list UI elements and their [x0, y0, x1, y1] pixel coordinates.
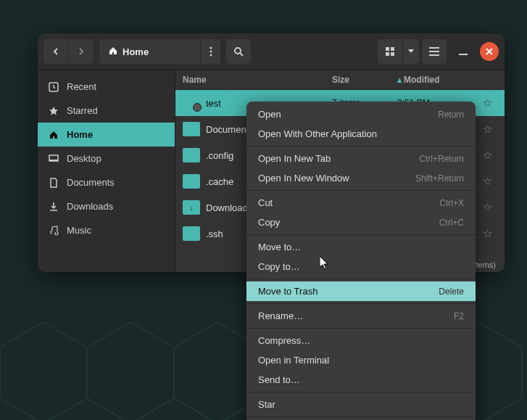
menu-item-accelerator: Delete	[439, 287, 464, 297]
menu-item-open-in-new-tab[interactable]: Open In New TabCtrl+Return	[246, 149, 476, 168]
menu-item-star[interactable]: Star	[246, 395, 476, 414]
folder-icon	[183, 122, 200, 136]
sidebar-item-documents[interactable]: Documents	[38, 170, 175, 194]
sidebar-item-label: Documents	[67, 177, 115, 188]
menu-separator	[246, 234, 476, 235]
menu-item-copy-to[interactable]: Copy to…	[246, 257, 476, 276]
folder-icon	[183, 226, 200, 241]
statusbar: items)	[474, 260, 496, 269]
svg-rect-10	[429, 54, 439, 56]
home-icon	[108, 46, 118, 58]
svg-rect-9	[429, 51, 439, 52]
svg-point-1	[209, 51, 212, 53]
menu-item-label: Send to…	[258, 374, 300, 385]
menu-item-move-to-trash[interactable]: Move to TrashDelete	[246, 281, 476, 301]
menu-separator	[246, 303, 476, 304]
sidebar-item-home[interactable]: Home	[38, 123, 175, 147]
menu-item-cut[interactable]: CutCtrl+X	[246, 193, 476, 213]
menu-separator	[246, 146, 476, 147]
col-modified[interactable]: ▴Modified	[397, 75, 477, 85]
sidebar-item-starred[interactable]: Starred	[38, 99, 175, 123]
folder-icon	[183, 174, 200, 189]
menu-item-open-with-other-application[interactable]: Open With Other Application	[246, 124, 476, 144]
sidebar-item-music[interactable]: Music	[38, 218, 175, 242]
clock-icon	[48, 82, 59, 92]
svg-rect-8	[429, 47, 439, 49]
menu-item-copy[interactable]: CopyCtrl+C	[246, 213, 476, 232]
star-toggle[interactable]: ☆	[477, 227, 497, 240]
menu-item-open[interactable]: OpenReturn	[246, 104, 476, 124]
menu-item-move-to[interactable]: Move to…	[246, 237, 476, 257]
menu-item-label: Open	[258, 109, 281, 120]
doc-icon	[48, 178, 59, 188]
menu-item-send-to[interactable]: Send to…	[246, 370, 476, 390]
menu-item-label: Cut	[258, 197, 273, 208]
menu-separator	[246, 328, 476, 329]
context-menu: OpenReturnOpen With Other ApplicationOpe…	[246, 102, 476, 420]
toolbar: Home	[38, 33, 505, 70]
menu-item-label: Star	[258, 399, 275, 410]
star-icon	[48, 106, 59, 116]
menu-item-compress[interactable]: Compress…	[246, 331, 476, 350]
svg-rect-11	[459, 54, 468, 55]
sidebar-item-recent[interactable]: Recent	[38, 75, 175, 99]
menu-item-label: Open With Other Application	[258, 128, 377, 139]
menu-item-label: Open In New Window	[258, 173, 349, 184]
back-button[interactable]	[43, 39, 68, 64]
sort-indicator-icon: ▴	[397, 75, 402, 85]
sidebar-item-downloads[interactable]: Downloads	[38, 194, 175, 218]
home-icon	[48, 130, 59, 140]
music-icon	[48, 226, 59, 236]
menu-item-accelerator: Return	[438, 110, 464, 120]
col-size[interactable]: Size	[332, 75, 397, 85]
menu-item-accelerator: Ctrl+C	[439, 218, 464, 228]
menu-item-accelerator: Shift+Return	[415, 173, 464, 184]
desktop-icon	[48, 154, 59, 164]
hamburger-menu-button[interactable]	[422, 39, 447, 64]
sidebar-item-label: Desktop	[67, 153, 101, 164]
menu-separator	[246, 190, 476, 191]
menu-separator	[246, 279, 476, 279]
menu-item-label: Compress…	[258, 335, 310, 346]
star-toggle[interactable]: ☆	[477, 201, 497, 214]
file-name: .cache	[206, 176, 233, 187]
sidebar-item-label: Recent	[67, 81, 96, 92]
minimize-button[interactable]	[454, 42, 473, 61]
svg-rect-7	[391, 52, 394, 56]
svg-rect-4	[386, 47, 389, 51]
path-segment-home[interactable]: Home	[99, 39, 157, 64]
view-grid-button[interactable]	[378, 39, 402, 64]
star-toggle[interactable]: ☆	[477, 149, 497, 162]
svg-rect-6	[386, 52, 389, 56]
svg-point-0	[209, 47, 212, 49]
file-name: .config	[206, 150, 233, 161]
menu-item-accelerator: Ctrl+Return	[419, 154, 464, 164]
sidebar-item-label: Home	[67, 129, 93, 140]
menu-item-label: Copy to…	[258, 261, 300, 272]
menu-item-label: Copy	[258, 217, 280, 228]
menu-item-open-in-new-window[interactable]: Open In New WindowShift+Return	[246, 168, 476, 188]
star-toggle[interactable]: ☆	[477, 96, 497, 110]
star-toggle[interactable]: ☆	[477, 123, 497, 136]
path-menu-button[interactable]	[200, 39, 220, 64]
forward-button[interactable]	[69, 39, 94, 64]
star-toggle[interactable]: ☆	[477, 175, 497, 188]
file-name: test	[206, 98, 221, 109]
svg-rect-14	[49, 160, 58, 161]
close-button[interactable]	[480, 42, 499, 61]
svg-point-2	[209, 54, 212, 57]
svg-point-3	[235, 48, 241, 54]
menu-item-label: Open in Terminal	[258, 355, 329, 366]
menu-item-label: Move to…	[258, 242, 301, 252]
menu-item-open-in-terminal[interactable]: Open in Terminal	[246, 350, 476, 370]
path-bar[interactable]: Home	[99, 39, 220, 64]
search-button[interactable]	[226, 39, 251, 64]
view-dropdown-button[interactable]	[403, 39, 419, 64]
menu-item-rename[interactable]: Rename…F2	[246, 306, 476, 326]
col-name[interactable]: Name	[183, 75, 332, 85]
sidebar: RecentStarredHomeDesktopDocumentsDownloa…	[38, 70, 175, 272]
menu-separator	[246, 392, 476, 392]
file-name: Downloads	[206, 202, 252, 213]
column-headers[interactable]: Name Size ▴Modified	[175, 70, 505, 90]
sidebar-item-desktop[interactable]: Desktop	[38, 147, 175, 170]
